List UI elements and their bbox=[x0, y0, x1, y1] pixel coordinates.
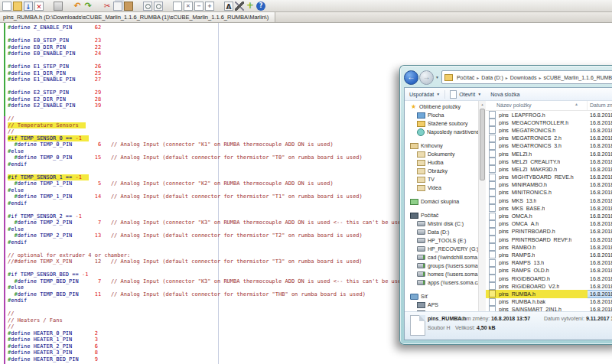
sidebar-item-s[interactable]: Síť bbox=[405, 292, 478, 301]
editor-tab[interactable]: pins_RUMBA.h (D:\Downloads\sCUBE_Marlin_… bbox=[0, 12, 275, 22]
recent-icon bbox=[417, 128, 425, 136]
column-header-name[interactable]: Název položky bbox=[486, 101, 588, 110]
plugins-button[interactable]: + bbox=[246, 2, 255, 11]
sidebar-item-dom-c-skupina[interactable]: Domácí skupina bbox=[405, 197, 478, 206]
close-file-button[interactable]: ✕ bbox=[34, 2, 44, 11]
chevron-down-icon: ▼ bbox=[436, 92, 440, 96]
file-row-pins-printrboard-h[interactable]: pins_PRINTRBOARD.h16.8.2018 13:57 bbox=[486, 228, 612, 236]
navigation-pane[interactable]: ★Oblíbené položkyPlochaStažené souboryNa… bbox=[405, 101, 478, 312]
file-date: 16.8.2018 13:57 bbox=[588, 237, 612, 242]
breadcrumb-item-downloads[interactable]: Downloads bbox=[509, 75, 539, 80]
save-file-button[interactable]: ↓ bbox=[24, 2, 33, 11]
new-folder-button[interactable]: Nová složka bbox=[486, 88, 524, 100]
file-row-pins-melzi-creality-h[interactable]: pins_MELZI_CREALITY.h16.8.2018 13:57 bbox=[486, 158, 612, 165]
details-size: Velikost: 4,50 kB bbox=[455, 325, 496, 330]
font-panel-button[interactable]: A bbox=[224, 2, 233, 11]
sidebar-item-naposledy-nav-t-ven[interactable]: Naposledy navštívené bbox=[405, 128, 478, 136]
file-row-pins-rigidboard-h[interactable]: pins_RIGIDBOARD.h16.8.2018 13:57 bbox=[486, 275, 612, 282]
file-row-pins-rambo-h[interactable]: pins_RAMBO.h16.8.2018 13:57 bbox=[486, 243, 612, 251]
copy-button[interactable] bbox=[113, 2, 122, 11]
cut-button[interactable]: ✂ bbox=[103, 2, 112, 11]
file-row-pins-megacontroller-h[interactable]: pins_MEGACONTROLLER.h16.8.2018 13:57 bbox=[486, 119, 612, 126]
sidebar-item-m-stn-disk-c[interactable]: Místní disk (C:) bbox=[405, 219, 478, 228]
scrollbar-thumb[interactable] bbox=[480, 109, 485, 180]
open-button[interactable]: Otevřít ▼ bbox=[445, 88, 486, 100]
sidebar-item-hp-recovery-g[interactable]: HP_RECOVERY (G:) bbox=[405, 245, 478, 253]
file-row-pins-minirambo-h[interactable]: pins_MINIRAMBO.h16.8.2018 13:57 bbox=[486, 181, 612, 189]
file-row-pins-minitronics-h[interactable]: pins_MINITRONICS.h16.8.2018 13:57 bbox=[486, 189, 612, 197]
file-icon bbox=[489, 174, 496, 181]
file-row-pins-melzi-h[interactable]: pins_MELZI.h16.8.2018 13:57 bbox=[486, 150, 612, 158]
file-date: 16.8.2018 13:57 bbox=[588, 120, 612, 125]
file-row-pins-megatronics-h[interactable]: pins_MEGATRONICS.h16.8.2018 13:57 bbox=[486, 126, 612, 134]
redo-button[interactable]: ↷ bbox=[83, 2, 93, 11]
sidebar-item-aps[interactable]: APS bbox=[405, 301, 478, 309]
sidebar-item-knihovny[interactable]: Knihovny bbox=[405, 141, 478, 150]
file-row-pins-mightyboard-reve-h[interactable]: pins_MIGHTYBOARD_REVE.h16.8.2018 13:57 bbox=[486, 174, 612, 181]
sidebar-item-po-ta[interactable]: Počítač bbox=[405, 211, 478, 219]
file-row-pins-rigidboard-v2-h[interactable]: pins_RIGIDBOARD_V2.h16.8.2018 13:57 bbox=[486, 282, 612, 290]
tile-horizontal-button[interactable]: − bbox=[194, 2, 203, 11]
close-all-button[interactable]: ✕ bbox=[184, 2, 193, 11]
sidebar-item-cad-windchill-soma-cz[interactable]: cad (\\windchill.soma.cz) bbox=[405, 253, 478, 262]
find-replace-button[interactable] bbox=[154, 2, 163, 11]
file-row-pins-omca-a-h[interactable]: pins_OMCA_A.h16.8.2018 13:57 bbox=[486, 220, 612, 228]
file-row-pins-ramps-13-h[interactable]: pins_RAMPS_13.h16.8.2018 13:57 bbox=[486, 259, 612, 267]
address-bar[interactable]: Počítač▸Data (D:)▸Downloads▸sCUBE_Marlin… bbox=[441, 70, 612, 84]
file-row-pins-leapfrog-h[interactable]: pins_LEAPFROG.h16.8.2018 13:57 bbox=[486, 111, 612, 119]
help-button[interactable]: ? bbox=[256, 2, 265, 11]
explorer-titlebar[interactable]: ← → ▼ Počítač▸Data (D:)▸Downloads▸sCUBE_… bbox=[404, 69, 612, 86]
code-text: // Heaters / Fans bbox=[8, 317, 63, 324]
sidebar-item-data-d[interactable]: Data (D:) bbox=[405, 228, 478, 236]
new-file-button[interactable] bbox=[2, 2, 11, 11]
sidebar-item-dokumenty[interactable]: Dokumenty bbox=[405, 150, 478, 158]
file-row-pins-omca-h[interactable]: pins_OMCA.h16.8.2018 13:57 bbox=[486, 212, 612, 219]
sidebar-item-sta-en-soubory[interactable]: Stažené soubory bbox=[405, 119, 478, 128]
print-button[interactable] bbox=[54, 2, 63, 11]
sidebar-item-plocha[interactable]: Plocha bbox=[405, 111, 478, 119]
library-icon bbox=[417, 168, 425, 174]
file-row-pins-mks-base-h[interactable]: pins_MKS_BASE.h16.8.2018 13:57 bbox=[486, 204, 612, 212]
breadcrumb-item-po-ta[interactable]: Počítač bbox=[455, 75, 476, 80]
undo-button[interactable]: ↶ bbox=[73, 2, 82, 11]
forward-button[interactable]: → bbox=[419, 70, 434, 85]
back-button[interactable]: ← bbox=[404, 70, 418, 85]
file-row-pins-printrboard-revf-h[interactable]: pins_PRINTRBOARD_REVF.h16.8.2018 13:57 bbox=[486, 236, 612, 243]
file-row-pins-ramps-h[interactable]: pins_RAMPS.h16.8.2018 13:57 bbox=[486, 251, 612, 258]
breadcrumb-item-scube-marlin-1-1-6-rumba-1[interactable]: sCUBE_Marlin_1.1.6_RUMBA (1) bbox=[542, 75, 612, 80]
sidebar-item-apps-users-soma-cz-z[interactable]: apps (\\users.soma.cz) (Z bbox=[405, 278, 478, 287]
sidebar-item-videa[interactable]: Videa bbox=[405, 184, 478, 192]
file-row-pins-rumba-h-bak[interactable]: pins_RUMBA.h.bak16.8.2018 13:57 bbox=[486, 298, 612, 306]
organize-button[interactable]: Uspořádat ▼ bbox=[405, 88, 444, 100]
scroll-up-icon[interactable]: ▲ bbox=[479, 101, 486, 108]
sidebar-item-homes-users-soma-cz[interactable]: homes (\\users.soma.cz) bbox=[405, 270, 478, 278]
breadcrumb-item-data-d[interactable]: Data (D:) bbox=[480, 75, 504, 80]
paste-button[interactable] bbox=[124, 2, 133, 11]
file-row-pins-rumba-h[interactable]: pins_RUMBA.h16.8.2018 13:57 bbox=[486, 290, 612, 297]
code-text: #define TEMP_0_PIN 15 // Analog Input (d… bbox=[8, 154, 363, 161]
open-file-button[interactable] bbox=[13, 2, 22, 11]
sidebar-item-obl-ben-polo-ky[interactable]: ★Oblíbené položky bbox=[405, 102, 478, 111]
column-header-date[interactable]: Datum změny bbox=[588, 101, 612, 110]
computer-icon bbox=[410, 213, 418, 219]
sidebar-item-tv[interactable]: TV bbox=[405, 175, 478, 184]
file-row-pins-mks-13-h[interactable]: pins_MKS_13.h16.8.2018 13:57 bbox=[486, 197, 612, 204]
find-button[interactable] bbox=[143, 2, 152, 11]
sidebar-item-label: apps (\\users.soma.cz) (Z bbox=[428, 278, 478, 287]
file-row-pins-megatronics-2-h[interactable]: pins_MEGATRONICS_2.h16.8.2018 13:57 bbox=[486, 135, 612, 142]
settings-button[interactable] bbox=[235, 2, 244, 11]
code-text: // optional for extruder 4 or chamber: bbox=[8, 252, 130, 259]
tile-vertical-button[interactable]: + bbox=[205, 2, 214, 11]
file-row-pins-ramps-old-h[interactable]: pins_RAMPS_OLD.h16.8.2018 13:57 bbox=[486, 267, 612, 275]
sidebar-item-groups-users-soma-cz[interactable]: groups (\\users.soma.cz) bbox=[405, 262, 478, 270]
sidebar-item-obr-zky[interactable]: Obrázky bbox=[405, 167, 478, 175]
new-window-button[interactable] bbox=[173, 2, 182, 11]
navigation-scrollbar[interactable]: ▲ bbox=[478, 101, 486, 312]
highlighted-code-text: #if TEMP_SENSOR_1 == -1 bbox=[8, 174, 89, 181]
file-row-pins-melzi-makr3d-h[interactable]: pins_MELZI_MAKR3D.h16.8.2018 13:57 bbox=[486, 165, 612, 173]
history-dropdown-icon[interactable]: ▼ bbox=[435, 75, 439, 80]
sidebar-item-hudba[interactable]: Hudba bbox=[405, 158, 478, 167]
sidebar-item-hp-tools-e[interactable]: HP_TOOLS (E:) bbox=[405, 236, 478, 245]
size-value: 4,50 kB bbox=[477, 325, 496, 330]
file-row-pins-megatronics-3-h[interactable]: pins_MEGATRONICS_3.h16.8.2018 13:57 bbox=[486, 142, 612, 150]
